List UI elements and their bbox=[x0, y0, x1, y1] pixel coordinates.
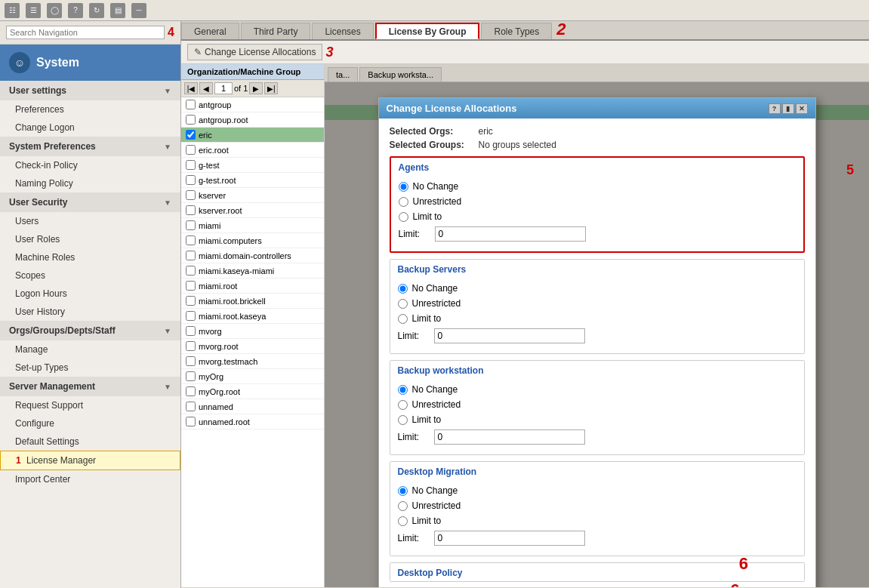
sidebar-item-user-history[interactable]: User History bbox=[0, 303, 180, 321]
org-checkbox-kserver[interactable] bbox=[186, 190, 196, 200]
graph-icon[interactable]: ▤ bbox=[110, 3, 125, 18]
dm-limit-to-radio[interactable] bbox=[398, 516, 408, 526]
prev-page-button[interactable]: ◀ bbox=[199, 82, 213, 94]
sidebar-item-scopes[interactable]: Scopes bbox=[0, 266, 180, 285]
circle-icon[interactable]: ◯ bbox=[47, 3, 62, 18]
dm-no-change-radio[interactable] bbox=[398, 486, 408, 496]
org-row-mvorg-root[interactable]: mvorg.root bbox=[181, 339, 324, 354]
bs-unrestricted-radio[interactable] bbox=[398, 299, 408, 309]
org-row-miami-kaseya-miami[interactable]: miami.kaseya-miami bbox=[181, 263, 324, 279]
change-license-allocations-button[interactable]: ✎ Change License Allocations bbox=[187, 44, 322, 60]
org-checkbox-miami-domain-controllers[interactable] bbox=[186, 251, 196, 260]
org-checkbox-miami-kaseya-miami[interactable] bbox=[186, 266, 196, 276]
list-icon[interactable]: ☰ bbox=[26, 3, 41, 18]
org-checkbox-eric[interactable] bbox=[186, 130, 196, 140]
org-checkbox-kserver-root[interactable] bbox=[186, 205, 196, 215]
org-row-eric-root[interactable]: eric.root bbox=[181, 143, 324, 158]
org-checkbox-antgroup[interactable] bbox=[186, 100, 196, 109]
sidebar-section-system-preferences[interactable]: System Preferences ▼ bbox=[0, 137, 180, 156]
org-checkbox-antgroup-root[interactable] bbox=[186, 115, 196, 125]
sidebar-item-change-logon[interactable]: Change Logon bbox=[0, 119, 180, 137]
modal-help-button[interactable]: ? bbox=[769, 103, 781, 114]
dm-unrestricted-radio[interactable] bbox=[398, 501, 408, 511]
org-checkbox-g-test-root[interactable] bbox=[186, 175, 196, 185]
sidebar-item-import-center[interactable]: Import Center bbox=[0, 470, 180, 488]
org-row-miami-root-brickell[interactable]: miami.root.brickell bbox=[181, 294, 324, 309]
org-checkbox-myorg-root[interactable] bbox=[186, 386, 196, 396]
org-row-miami-domain-controllers[interactable]: miami.domain-controllers bbox=[181, 248, 324, 263]
sidebar-item-preferences[interactable]: Preferences bbox=[0, 100, 180, 119]
org-row-mvorg[interactable]: mvorg bbox=[181, 324, 324, 339]
org-row-mvorg-testmach[interactable]: mvorg.testmach bbox=[181, 354, 324, 369]
sidebar-item-manage[interactable]: Manage bbox=[0, 340, 180, 359]
org-row-g-test[interactable]: g-test bbox=[181, 158, 324, 173]
org-checkbox-miami-computers[interactable] bbox=[186, 236, 196, 245]
question-icon[interactable]: ? bbox=[68, 3, 83, 18]
org-row-kserver-root[interactable]: kserver.root bbox=[181, 203, 324, 218]
sidebar-item-machine-roles[interactable]: Machine Roles bbox=[0, 248, 180, 266]
bw-limit-input[interactable] bbox=[434, 429, 585, 445]
bw-unrestricted-radio[interactable] bbox=[398, 400, 408, 410]
sidebar-item-default-settings[interactable]: Default Settings bbox=[0, 433, 180, 451]
org-checkbox-eric-root[interactable] bbox=[186, 145, 196, 155]
org-checkbox-mvorg[interactable] bbox=[186, 326, 196, 336]
sidebar-item-logon-hours[interactable]: Logon Hours bbox=[0, 285, 180, 303]
dm-limit-input[interactable] bbox=[434, 531, 585, 546]
sidebar-item-users[interactable]: Users bbox=[0, 212, 180, 230]
org-checkbox-myorg[interactable] bbox=[186, 371, 196, 381]
sidebar-item-license-manager[interactable]: 1 License Manager bbox=[0, 451, 180, 470]
modal-close-button[interactable]: ✕ bbox=[796, 103, 808, 114]
org-row-miami-root-kaseya[interactable]: miami.root.kaseya bbox=[181, 309, 324, 324]
sidebar-item-check-in-policy[interactable]: Check-in Policy bbox=[0, 156, 180, 174]
next-page-button[interactable]: ▶ bbox=[249, 82, 263, 94]
org-row-unnamed[interactable]: unnamed bbox=[181, 399, 324, 414]
sidebar-section-user-settings[interactable]: User settings ▼ bbox=[0, 81, 180, 100]
tab-general[interactable]: General bbox=[181, 23, 239, 39]
org-row-myorg[interactable]: myOrg bbox=[181, 369, 324, 384]
agents-unrestricted-radio[interactable] bbox=[399, 197, 408, 207]
bs-limit-input[interactable] bbox=[434, 328, 585, 343]
right-tab-ta[interactable]: ta... bbox=[328, 67, 358, 82]
menu-icon[interactable]: ─ bbox=[131, 3, 146, 18]
org-row-kserver[interactable]: kserver bbox=[181, 188, 324, 203]
tab-third-party[interactable]: Third Party bbox=[241, 23, 311, 39]
org-checkbox-miami[interactable] bbox=[186, 220, 196, 230]
agents-limit-input[interactable] bbox=[435, 226, 586, 242]
refresh-icon[interactable]: ↻ bbox=[89, 3, 104, 18]
org-row-myorg-root[interactable]: myOrg.root bbox=[181, 384, 324, 399]
org-row-g-test-root[interactable]: g-test.root bbox=[181, 173, 324, 188]
grid-icon[interactable]: ☷ bbox=[5, 3, 20, 18]
org-checkbox-miami-root[interactable] bbox=[186, 281, 196, 291]
org-checkbox-mvorg-testmach[interactable] bbox=[186, 356, 196, 366]
sidebar-item-naming-policy[interactable]: Naming Policy bbox=[0, 174, 180, 192]
sidebar-section-orgs-groups[interactable]: Orgs/Groups/Depts/Staff ▼ bbox=[0, 321, 180, 340]
org-row-miami[interactable]: miami bbox=[181, 218, 324, 233]
sidebar-item-request-support[interactable]: Request Support bbox=[0, 396, 180, 414]
bw-limit-to-radio[interactable] bbox=[398, 415, 408, 425]
org-row-eric[interactable]: eric bbox=[181, 128, 324, 143]
search-input[interactable] bbox=[6, 26, 165, 39]
tab-licenses[interactable]: Licenses bbox=[312, 23, 373, 39]
page-number-input[interactable] bbox=[214, 82, 233, 94]
org-checkbox-unnamed[interactable] bbox=[186, 402, 196, 411]
org-checkbox-unnamed-root[interactable] bbox=[186, 417, 196, 426]
agents-limit-to-radio[interactable] bbox=[399, 212, 408, 222]
right-tab-backup-workstation[interactable]: Backup worksta... bbox=[359, 67, 442, 82]
modal-minimize-button[interactable]: ▮ bbox=[782, 103, 794, 114]
sidebar-item-set-up-types[interactable]: Set-up Types bbox=[0, 359, 180, 377]
last-page-button[interactable]: ▶| bbox=[264, 82, 278, 94]
sidebar-item-user-roles[interactable]: User Roles bbox=[0, 230, 180, 248]
org-row-miami-root[interactable]: miami.root bbox=[181, 279, 324, 294]
org-checkbox-mvorg-root[interactable] bbox=[186, 341, 196, 351]
org-row-antgroup[interactable]: antgroup bbox=[181, 97, 324, 112]
bw-no-change-radio[interactable] bbox=[398, 385, 408, 395]
sidebar-section-user-security[interactable]: User Security ▼ bbox=[0, 192, 180, 212]
org-row-antgroup-root[interactable]: antgroup.root bbox=[181, 112, 324, 128]
tab-role-types[interactable]: Role Types bbox=[481, 23, 552, 39]
org-row-miami-computers[interactable]: miami.computers bbox=[181, 233, 324, 248]
bs-limit-to-radio[interactable] bbox=[398, 314, 408, 324]
sidebar-item-configure[interactable]: Configure bbox=[0, 414, 180, 433]
org-checkbox-miami-root-brickell[interactable] bbox=[186, 296, 196, 306]
agents-no-change-radio[interactable] bbox=[399, 182, 408, 192]
org-checkbox-miami-root-kaseya[interactable] bbox=[186, 311, 196, 321]
